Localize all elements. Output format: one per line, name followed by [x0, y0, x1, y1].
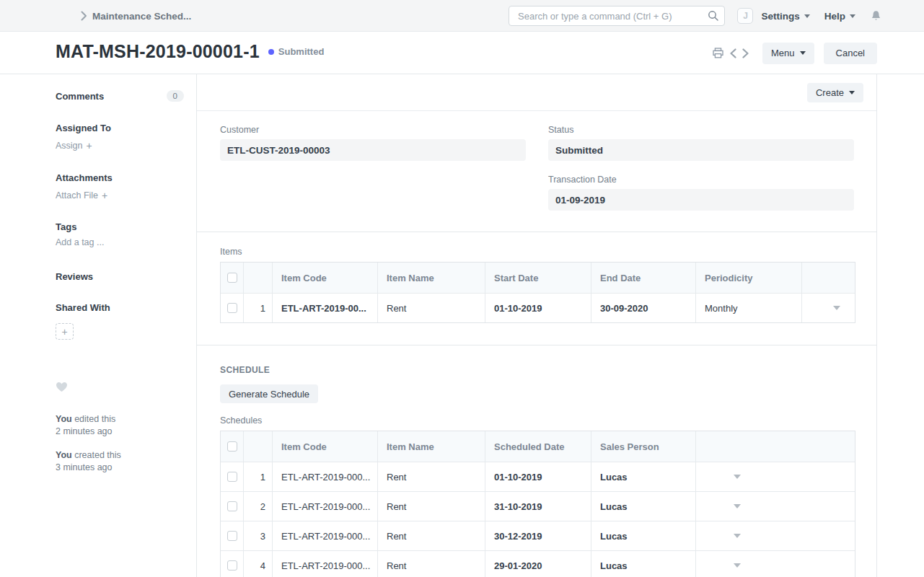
- table-row[interactable]: 3 ETL-ART-2019-000... Rent 30-12-2019 Lu…: [221, 521, 855, 551]
- cell-sales-person: Lucas: [591, 521, 696, 550]
- row-number: 4: [244, 551, 273, 577]
- status-label: Status: [548, 125, 854, 135]
- plus-icon: +: [102, 190, 107, 201]
- row-checkbox[interactable]: [227, 531, 237, 541]
- notifications-bell-icon[interactable]: [871, 10, 881, 22]
- col-item-code: Item Code: [273, 431, 378, 462]
- plus-icon: +: [61, 326, 67, 338]
- prev-document-icon[interactable]: [729, 48, 737, 58]
- row-dropdown-icon[interactable]: [833, 306, 840, 310]
- page-head: MAT-MSH-2019-00001-1 Submitted Menu Canc…: [0, 32, 924, 74]
- cell-item-code: ETL-ART-2019-000...: [273, 462, 378, 491]
- transaction-date-field[interactable]: 01-09-2019: [548, 189, 854, 211]
- cell-scheduled-date: 31-10-2019: [485, 492, 591, 521]
- attach-file-button[interactable]: Attach File +: [56, 190, 184, 201]
- fields-section: Customer ETL-CUST-2019-00003 Status Subm…: [197, 111, 876, 232]
- maintenance-schedule-page: Maintenance Sched... J Settings Help: [0, 0, 924, 577]
- schedule-section-heading: SCHEDULE: [220, 365, 854, 375]
- schedules-table: Item Code Item Name Scheduled Date Sales…: [220, 431, 855, 577]
- row-dropdown-icon[interactable]: [734, 563, 741, 568]
- row-dropdown-icon[interactable]: [734, 504, 741, 508]
- cell-item-code: ETL-ART-2019-000...: [273, 521, 378, 550]
- assign-button[interactable]: Assign +: [56, 140, 184, 151]
- activity-action: created this: [74, 450, 121, 460]
- select-all-checkbox[interactable]: [227, 441, 237, 452]
- add-tag-placeholder: Add a tag ...: [56, 237, 104, 247]
- form-body: Create Customer ETL-CUST-2019-00003 Stat…: [196, 74, 877, 577]
- help-menu[interactable]: Help: [824, 11, 855, 22]
- table-row[interactable]: 1 ETL-ART-2019-00... Rent 01-10-2019 30-…: [221, 294, 855, 322]
- attach-file-label: Attach File: [56, 190, 98, 201]
- activity-user: You: [56, 450, 72, 460]
- chevron-down-icon: [800, 51, 806, 55]
- col-item-code: Item Code: [273, 263, 378, 293]
- global-search: [509, 6, 725, 26]
- activity-user: You: [56, 414, 72, 424]
- row-checkbox[interactable]: [227, 303, 237, 313]
- cancel-button[interactable]: Cancel: [824, 43, 877, 64]
- row-dropdown-icon[interactable]: [734, 475, 741, 479]
- row-number: 3: [244, 521, 273, 550]
- row-dropdown-icon[interactable]: [734, 534, 741, 538]
- share-add-button[interactable]: +: [56, 323, 74, 340]
- row-checkbox[interactable]: [227, 501, 237, 511]
- activity-timeline: You edited this 2 minutes ago You create…: [56, 413, 184, 474]
- table-row[interactable]: 4 ETL-ART-2019-000... Rent 29-01-2020 Lu…: [221, 551, 855, 577]
- search-input[interactable]: [509, 6, 725, 26]
- form-sidebar: Comments 0 Assigned To Assign + Attachme…: [56, 74, 184, 474]
- cell-item-name: Rent: [378, 462, 485, 491]
- breadcrumb[interactable]: Maintenance Sched...: [81, 0, 191, 32]
- cell-periodicity: Monthly: [696, 294, 802, 322]
- reviews-heading: Reviews: [56, 271, 184, 282]
- print-icon[interactable]: [713, 48, 723, 58]
- cell-item-name: Rent: [378, 551, 485, 577]
- search-icon[interactable]: [708, 10, 719, 22]
- generate-schedule-button[interactable]: Generate Schedule: [220, 384, 318, 403]
- chevron-right-icon: [81, 11, 87, 21]
- row-number: 2: [244, 492, 273, 521]
- cell-item-name: Rent: [378, 492, 485, 521]
- create-button[interactable]: Create: [807, 83, 863, 102]
- cell-item-code: ETL-ART-2019-000...: [273, 551, 378, 577]
- items-table-label: Items: [220, 247, 854, 257]
- settings-menu[interactable]: Settings: [761, 11, 809, 22]
- row-checkbox[interactable]: [227, 560, 237, 571]
- schedules-table-header: Item Code Item Name Scheduled Date Sales…: [221, 431, 855, 462]
- col-end-date: End Date: [591, 263, 696, 293]
- generate-schedule-label: Generate Schedule: [229, 389, 309, 400]
- row-checkbox[interactable]: [227, 472, 237, 482]
- menu-button-label: Menu: [771, 48, 795, 58]
- cell-item-code: ETL-ART-2019-000...: [273, 492, 378, 521]
- page-actions: Menu Cancel: [713, 32, 877, 74]
- cell-sales-person: Lucas: [591, 551, 696, 577]
- schedule-section: SCHEDULE Generate Schedule Schedules Ite…: [197, 345, 876, 577]
- add-tag-input[interactable]: Add a tag ...: [56, 237, 184, 247]
- activity-action: edited this: [74, 414, 115, 424]
- col-start-date: Start Date: [485, 263, 591, 293]
- cell-scheduled-date: 29-01-2020: [485, 551, 591, 577]
- cell-sales-person: Lucas: [591, 462, 696, 491]
- status-field[interactable]: Submitted: [548, 139, 854, 161]
- transaction-date-label: Transaction Date: [548, 175, 854, 185]
- cell-scheduled-date: 30-12-2019: [485, 521, 591, 550]
- table-row[interactable]: 1 ETL-ART-2019-000... Rent 01-10-2019 Lu…: [221, 462, 855, 492]
- table-row[interactable]: 2 ETL-ART-2019-000... Rent 31-10-2019 Lu…: [221, 492, 855, 521]
- navbar-right: J Settings Help: [737, 0, 881, 32]
- schedules-table-label: Schedules: [220, 415, 854, 426]
- cell-item-name: Rent: [378, 521, 485, 550]
- col-item-name: Item Name: [378, 263, 485, 293]
- sidebar-item-comments[interactable]: Comments: [56, 91, 104, 102]
- plus-icon: +: [87, 140, 92, 151]
- like-heart-icon[interactable]: [56, 382, 68, 392]
- assigned-to-heading: Assigned To: [56, 123, 184, 133]
- activity-time: 3 minutes ago: [56, 462, 184, 474]
- menu-button[interactable]: Menu: [762, 43, 814, 64]
- activity-time: 2 minutes ago: [56, 426, 184, 438]
- customer-field[interactable]: ETL-CUST-2019-00003: [220, 139, 526, 161]
- next-document-icon[interactable]: [742, 48, 749, 58]
- activity-entry: You edited this 2 minutes ago: [56, 413, 184, 438]
- col-periodicity: Periodicity: [696, 263, 802, 293]
- customer-label: Customer: [220, 125, 526, 135]
- avatar[interactable]: J: [737, 8, 753, 24]
- select-all-checkbox[interactable]: [227, 273, 237, 283]
